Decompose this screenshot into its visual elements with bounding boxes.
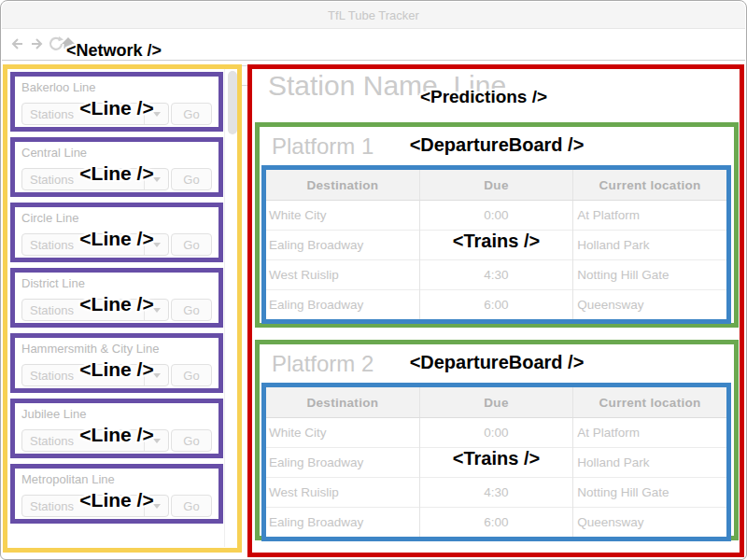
departure-board-annotation: <DepartureBoard /> [255,134,739,156]
trains-annotation: <Trains /> [263,231,729,252]
network-panel: Bakerloo Line Stations Go <Line /> Centr… [3,64,242,553]
line-name: Metropolitan Line [21,472,212,486]
cell-current-location: At Platform [573,418,726,448]
column-header-due: Due [419,170,572,201]
column-header-due: Due [419,387,572,418]
column-header-current-location: Current location [573,387,726,418]
departure-board-annotation: <DepartureBoard /> [255,352,739,373]
line-annotation: <Line /> [15,358,218,381]
table-header-row: Destination Due Current location [266,170,726,201]
line-card-bakerloo: Bakerloo Line Stations Go <Line /> [10,72,223,132]
line-annotation: <Line /> [15,97,218,119]
cell-current-location: At Platform [573,201,726,231]
cell-destination: White City [266,201,419,231]
back-icon[interactable] [9,36,24,55]
line-name: Central Line [21,146,212,160]
scrollbar-track [224,69,225,547]
cell-destination: Ealing Broadway [266,290,419,320]
line-card-jubilee: Jubilee Line Stations Go <Line /> [10,399,223,458]
titlebar: TfL Tube Tracker [2,2,745,29]
column-header-destination: Destination [266,170,419,201]
cell-current-location: Notting Hill Gate [573,260,726,290]
line-name: Jubilee Line [21,407,212,421]
scrollbar-thumb[interactable] [228,71,237,134]
line-card-circle: Circle Line Stations Go <Line /> [10,203,223,262]
cell-due: 6:00 [419,508,572,538]
cell-current-location: Queensway [573,290,726,320]
line-name: Bakerloo Line [21,80,212,94]
line-card-metropolitan: Metropolitan Line Stations Go <Line /> [10,464,223,524]
table-row: West Ruislip 4:30 Notting Hill Gate [266,478,726,508]
column-header-destination: Destination [266,387,419,418]
cell-due: 0:00 [419,201,572,231]
network-annotation: <Network /> [39,41,189,61]
cell-current-location: Queensway [573,508,726,538]
window-title: TfL Tube Tracker [328,8,419,22]
table-row: White City 0:00 At Platform [266,418,726,448]
line-annotation: <Line /> [15,162,218,185]
line-card-hammersmith-city: Hammersmith & City Line Stations Go <Lin… [10,333,223,393]
cell-destination: West Ruislip [266,478,419,508]
line-name: Circle Line [21,211,212,225]
table-row: Ealing Broadway 6:00 Queensway [266,290,726,320]
trains-annotation: <Trains /> [263,448,729,469]
cell-due: 0:00 [419,418,572,448]
cell-due: 4:30 [419,478,572,508]
line-card-central: Central Line Stations Go <Line /> [10,137,223,197]
cell-destination: West Ruislip [266,260,419,290]
line-card-district: District Line Stations Go <Line /> [10,268,223,328]
line-name: District Line [21,276,212,290]
line-annotation: <Line /> [15,424,218,446]
line-name: Hammersmith & City Line [21,342,212,356]
line-annotation: <Line /> [15,293,218,315]
cell-due: 4:30 [419,260,572,290]
table-header-row: Destination Due Current location [266,387,726,418]
table-row: Ealing Broadway 6:00 Queensway [266,508,726,538]
cell-current-location: Notting Hill Gate [573,478,726,508]
table-row: White City 0:00 At Platform [266,201,726,231]
cell-destination: White City [266,418,419,448]
column-header-current-location: Current location [573,170,726,201]
predictions-annotation: <Predictions /> [409,87,558,107]
table-row: West Ruislip 4:30 Notting Hill Gate [266,260,726,290]
line-annotation: <Line /> [15,489,218,511]
cell-destination: Ealing Broadway [266,508,419,538]
app-window: TfL Tube Tracker Bakerloo Line [0,0,747,560]
cell-due: 6:00 [419,290,572,320]
line-annotation: <Line /> [15,228,218,250]
